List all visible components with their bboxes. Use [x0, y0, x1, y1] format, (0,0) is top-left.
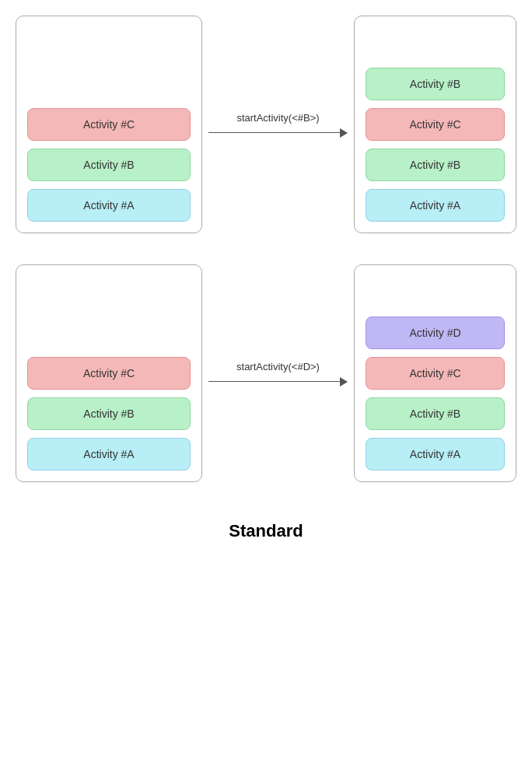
activity-block: Activity #B [366, 68, 505, 100]
spacer [27, 276, 191, 349]
spacer [27, 27, 191, 100]
diagram-2: Activity #C Activity #B Activity #A star… [16, 264, 516, 482]
activity-block: Activity #D [366, 317, 505, 349]
arrow-label-2: startActivity(<#D>) [236, 361, 320, 373]
diagram-1: Activity #C Activity #B Activity #A star… [16, 16, 516, 233]
arrow-head [340, 128, 348, 138]
activity-block: Activity #C [366, 357, 505, 390]
activity-block: Activity #C [366, 108, 505, 141]
activity-block: Activity #A [27, 438, 191, 470]
page-title: Standard [229, 521, 303, 541]
activity-block: Activity #A [366, 438, 505, 470]
arrow-label-1: startActivity(<#B>) [236, 112, 319, 124]
arrow-line-body [208, 132, 340, 134]
arrow-line-2 [208, 377, 348, 386]
activity-block: Activity #C [27, 357, 191, 390]
activity-block: Activity #B [27, 149, 191, 181]
right-stack-1: Activity #B Activity #C Activity #B Acti… [354, 16, 516, 233]
activity-block: Activity #B [366, 149, 505, 181]
arrow-head [340, 377, 348, 386]
left-stack-2: Activity #C Activity #B Activity #A [16, 264, 202, 482]
activity-block: Activity #B [27, 397, 191, 430]
left-stack-1: Activity #C Activity #B Activity #A [16, 16, 202, 233]
arrow-line-1 [208, 128, 348, 138]
arrow-1: startActivity(<#B>) [202, 112, 354, 138]
activity-block: Activity #A [366, 189, 505, 222]
arrow-line-body [208, 381, 340, 383]
activity-block: Activity #C [27, 108, 191, 141]
activity-block: Activity #B [366, 397, 505, 430]
activity-block: Activity #A [27, 189, 191, 222]
right-stack-2: Activity #D Activity #C Activity #B Acti… [354, 264, 516, 482]
arrow-2: startActivity(<#D>) [202, 361, 354, 386]
